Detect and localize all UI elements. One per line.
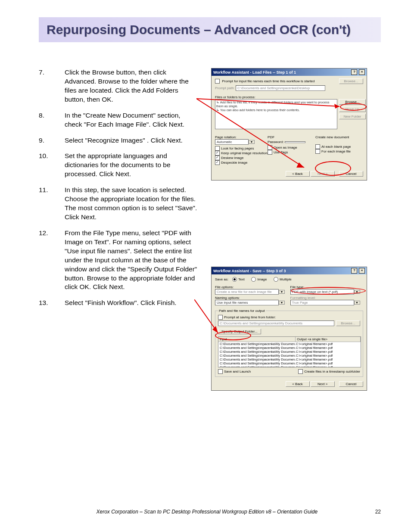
naming-options-select[interactable]: Use input file names — [215, 300, 279, 305]
table-row: C:\Documents and Settings\mpacenka\My Do… — [220, 361, 296, 365]
footer-text: Xerox Corporation – Scan to PC Desktop P… — [97, 509, 318, 515]
chevron-down-icon[interactable]: ▼ — [279, 301, 285, 305]
dialog2-title: Workflow Assistant - Save -- Step 3 of 3 — [213, 269, 286, 273]
look-facing-label: Look for facing pages — [221, 146, 254, 150]
open-as-image-label: Open as Image — [274, 146, 297, 149]
browse-output-button[interactable]: Browse... — [336, 320, 360, 326]
save-as-label: Save as: — [215, 277, 228, 281]
timestamp-checkbox[interactable] — [298, 369, 303, 374]
page-number: 22 — [375, 509, 381, 515]
use-tags-checkbox[interactable] — [268, 150, 272, 155]
prompt-save-time-checkbox[interactable] — [218, 315, 223, 320]
browse-prompt-button[interactable]: Browse... — [339, 78, 363, 84]
save-as-text-label: Text — [238, 277, 245, 281]
use-tags-label: Use Tags — [274, 150, 288, 154]
steps-column: Click the Browse button, then click Adva… — [39, 68, 198, 314]
save-as-image-radio[interactable] — [251, 277, 256, 282]
for-each-image-label: For each image file — [321, 149, 351, 153]
deskew-label: Deskew image — [221, 156, 243, 160]
back-button[interactable]: < Back — [286, 381, 310, 387]
step-8: In the "Create New Document" section, ch… — [39, 111, 198, 129]
screenshots-column: Workflow Assistant - Load Files -- Step … — [198, 68, 381, 477]
browse-files-button[interactable]: Browse... — [339, 99, 366, 105]
keep-res-label: Keep original image resolution — [221, 151, 268, 155]
cancel-button[interactable]: Cancel — [339, 381, 363, 387]
file-options-select[interactable]: Create a new file for each image file — [215, 289, 279, 295]
open-as-image-checkbox[interactable] — [268, 145, 272, 150]
col-input-header: Input — [218, 337, 296, 342]
dialog2-titlebar: Workflow Assistant - Save -- Step 3 of 3… — [212, 267, 367, 274]
close-icon[interactable]: × — [359, 268, 365, 274]
output-path-input[interactable]: C:\Documents and Settings\mpacenka\My Do… — [218, 320, 334, 326]
chevron-down-icon[interactable]: ▼ — [249, 140, 255, 144]
look-facing-checkbox[interactable] — [215, 146, 220, 151]
naming-options-label: Naming options: — [215, 296, 288, 300]
step-12: From the File Type menu, select "PDF wit… — [39, 229, 198, 292]
dialog-load-files: Workflow Assistant - Load Files -- Step … — [211, 68, 367, 180]
step-9: Select "Recognize Images" . Click Next. — [39, 136, 198, 145]
file-type-label: File type: — [290, 285, 364, 289]
save-as-text-radio[interactable] — [232, 277, 237, 282]
dialog-save: Workflow Assistant - Save -- Step 3 of 3… — [211, 267, 367, 391]
save-as-multiple-label: Multiple — [280, 277, 292, 281]
prompt-workflow-checkbox[interactable] — [215, 79, 220, 84]
step-13: Select "Finish Workflow". Click Finish. — [39, 299, 198, 308]
pdf-password-input[interactable] — [285, 141, 305, 143]
keep-res-checkbox[interactable] — [215, 151, 220, 156]
table-row: C:\Documents and Settings\mpacenka\My Do… — [220, 342, 296, 346]
move-up-button[interactable]: Move Up — [339, 106, 366, 112]
dialog1-titlebar: Workflow Assistant - Load Files -- Step … — [212, 68, 367, 76]
for-each-image-checkbox[interactable] — [315, 149, 320, 154]
timestamp-label: Create files in a timestamp subfolder — [304, 370, 360, 373]
specify-output-folder-button[interactable]: Specify Output Folder... — [218, 329, 261, 334]
page-title: Repurposing Documents – Advanced OCR (co… — [47, 22, 351, 37]
table-row: C:\Documents and Settings\mpacenka\My Do… — [220, 346, 296, 350]
page-title-bar: Repurposing Documents – Advanced OCR (co… — [39, 17, 381, 42]
hint-add-folders: You can also add folders here to process… — [220, 108, 300, 112]
output-files-table[interactable]: Input Output <a single file> C:\Document… — [218, 336, 361, 367]
despeckle-checkbox[interactable] — [215, 160, 220, 165]
table-row: C:\<original filename>.pdf — [296, 350, 359, 354]
table-row: C:\Documents and Settings\mpacenka\My Do… — [220, 350, 296, 354]
prompt-save-time-label: Prompt at saving time from folder: — [224, 315, 276, 319]
next-button[interactable]: Next > — [311, 171, 335, 177]
formatting-level-select[interactable]: True Page — [290, 300, 354, 305]
table-row: C:\<original filename>.pdf — [296, 361, 359, 365]
save-launch-label: Save and Launch — [224, 370, 251, 373]
formatting-level-label: Formatting level: — [290, 296, 364, 300]
chevron-down-icon[interactable]: ▼ — [354, 301, 360, 305]
col-output-header: Output <a single file> — [296, 337, 361, 342]
browse-files-label: Browse... — [345, 100, 359, 104]
table-row: C:\Documents and Settings\mpacenka\My Do… — [220, 358, 296, 361]
table-row: C:\<original filename>.pdf — [296, 346, 359, 350]
table-row: C:\Documents and Settings\mpacenka\My Do… — [220, 365, 296, 367]
save-as-multiple-radio[interactable] — [274, 277, 278, 282]
save-as-image-label: Image — [257, 277, 267, 281]
create-new-doc-label: Create new document — [315, 135, 363, 139]
help-icon[interactable]: ? — [351, 69, 357, 75]
next-button[interactable]: Next > — [311, 381, 335, 387]
despeckle-label: Despeckle image — [221, 161, 247, 165]
close-icon[interactable]: × — [359, 69, 365, 75]
new-folder-button[interactable]: New Folder — [339, 114, 366, 119]
back-button[interactable]: < Back — [286, 171, 310, 177]
cancel-button[interactable]: Cancel — [339, 171, 363, 177]
table-row: C:\<original filename>.pdf — [296, 342, 359, 346]
prompt-path-label: Prompt path: — [215, 86, 235, 90]
table-row: C:\<original filename>.pdf — [296, 354, 359, 358]
save-launch-checkbox[interactable] — [218, 369, 223, 374]
page-rotation-select[interactable]: Automatic — [215, 139, 249, 145]
step-7: Click the Browse button, then click Adva… — [39, 68, 198, 104]
chevron-down-icon[interactable]: ▼ — [279, 290, 285, 294]
prompt-path-input[interactable]: C:\Documents and Settings\mpacenka\Deskt… — [236, 85, 325, 91]
dialog1-title: Workflow Assistant - Load Files -- Step … — [213, 70, 296, 75]
table-row: C:\<original filename>.pdf — [296, 358, 359, 361]
step-10: Set the appropriate languages and dictio… — [39, 152, 198, 179]
pdf-label: PDF — [268, 135, 315, 139]
chevron-down-icon[interactable]: ▼ — [354, 290, 360, 294]
pdf-password-label: Password: — [268, 140, 283, 144]
file-type-select[interactable]: PDF with image on text (*.pdf) — [290, 289, 354, 295]
at-each-blank-checkbox[interactable] — [315, 144, 320, 149]
help-icon[interactable]: ? — [351, 268, 357, 274]
deskew-checkbox[interactable] — [215, 156, 220, 160]
